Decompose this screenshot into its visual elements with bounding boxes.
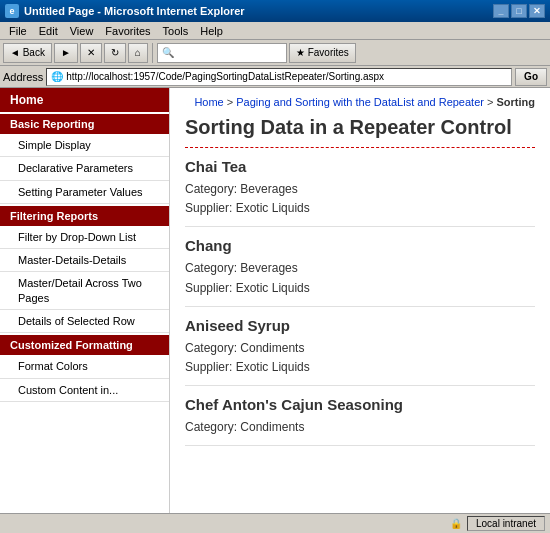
menu-bar: File Edit View Favorites Tools Help <box>0 22 550 40</box>
sidebar-item-setting-parameter-values[interactable]: Setting Parameter Values <box>0 181 169 204</box>
sidebar-item-custom-content[interactable]: Custom Content in... <box>0 379 169 402</box>
product-name-2: Aniseed Syrup <box>185 317 535 334</box>
product-block-1: Chang Category: Beverages Supplier: Exot… <box>185 237 535 306</box>
product-name-3: Chef Anton's Cajun Seasoning <box>185 396 535 413</box>
sidebar-section-basic-reporting: Basic Reporting <box>0 114 169 134</box>
sidebar-item-master-details[interactable]: Master-Details-Details <box>0 249 169 272</box>
sidebar-item-simple-display[interactable]: Simple Display <box>0 134 169 157</box>
window-title: Untitled Page - Microsoft Internet Explo… <box>24 5 245 17</box>
product-supplier-2: Supplier: Exotic Liquids <box>185 358 535 377</box>
zone-label: Local intranet <box>467 516 545 531</box>
maximize-button[interactable]: □ <box>511 4 527 18</box>
product-supplier-1: Supplier: Exotic Liquids <box>185 279 535 298</box>
stop-button[interactable]: ✕ <box>80 43 102 63</box>
breadcrumb-current: Sorting <box>497 96 536 108</box>
product-category-0: Category: Beverages <box>185 180 535 199</box>
sidebar-item-home[interactable]: Home <box>0 88 169 112</box>
product-block-0: Chai Tea Category: Beverages Supplier: E… <box>185 158 535 227</box>
toolbar: ◄ Back ► ✕ ↻ ⌂ 🔍 ★ Favorites <box>0 40 550 66</box>
product-category-1: Category: Beverages <box>185 259 535 278</box>
forward-button[interactable]: ► <box>54 43 78 63</box>
address-input[interactable]: 🌐 http://localhost:1957/Code/PagingSorti… <box>46 68 512 86</box>
product-supplier-0: Supplier: Exotic Liquids <box>185 199 535 218</box>
product-category-3: Category: Condiments <box>185 418 535 437</box>
sidebar-item-declarative-parameters[interactable]: Declarative Parameters <box>0 157 169 180</box>
product-category-2: Category: Condiments <box>185 339 535 358</box>
refresh-button[interactable]: ↻ <box>104 43 126 63</box>
security-icon: 🔒 <box>450 518 462 529</box>
address-icon: 🌐 <box>51 71 63 82</box>
sidebar-section-filtering-reports: Filtering Reports <box>0 206 169 226</box>
sidebar-item-master-detail-two-pages[interactable]: Master/Detail Across Two Pages <box>0 272 169 310</box>
product-name-0: Chai Tea <box>185 158 535 175</box>
app-icon: e <box>5 4 19 18</box>
favorites-button[interactable]: ★ Favorites <box>289 43 356 63</box>
page-title: Sorting Data in a Repeater Control <box>185 116 535 148</box>
menu-tools[interactable]: Tools <box>157 24 195 38</box>
search-box[interactable]: 🔍 <box>157 43 287 63</box>
close-button[interactable]: ✕ <box>529 4 545 18</box>
sidebar-item-filter-dropdown[interactable]: Filter by Drop-Down List <box>0 226 169 249</box>
product-block-3: Chef Anton's Cajun Seasoning Category: C… <box>185 396 535 446</box>
search-input[interactable] <box>174 47 274 58</box>
breadcrumb: Home > Paging and Sorting with the DataL… <box>185 96 535 108</box>
window-controls[interactable]: _ □ ✕ <box>493 4 545 18</box>
menu-file[interactable]: File <box>3 24 33 38</box>
sidebar-item-details-selected-row[interactable]: Details of Selected Row <box>0 310 169 333</box>
menu-favorites[interactable]: Favorites <box>99 24 156 38</box>
status-bar: 🔒 Local intranet <box>0 513 550 533</box>
menu-help[interactable]: Help <box>194 24 229 38</box>
toolbar-separator <box>152 43 153 63</box>
sidebar-section-customized-formatting: Customized Formatting <box>0 335 169 355</box>
back-button[interactable]: ◄ Back <box>3 43 52 63</box>
main-container: Home Basic Reporting Simple Display Decl… <box>0 88 550 513</box>
search-icon: 🔍 <box>162 47 174 58</box>
minimize-button[interactable]: _ <box>493 4 509 18</box>
address-label: Address <box>3 71 43 83</box>
menu-view[interactable]: View <box>64 24 100 38</box>
home-button[interactable]: ⌂ <box>128 43 148 63</box>
product-name-1: Chang <box>185 237 535 254</box>
sidebar: Home Basic Reporting Simple Display Decl… <box>0 88 170 513</box>
title-bar: e Untitled Page - Microsoft Internet Exp… <box>0 0 550 22</box>
content-area: Home > Paging and Sorting with the DataL… <box>170 88 550 513</box>
menu-edit[interactable]: Edit <box>33 24 64 38</box>
sidebar-item-format-colors[interactable]: Format Colors <box>0 355 169 378</box>
product-block-2: Aniseed Syrup Category: Condiments Suppl… <box>185 317 535 386</box>
breadcrumb-home[interactable]: Home <box>194 96 223 108</box>
url-text[interactable]: http://localhost:1957/Code/PagingSorting… <box>66 71 384 82</box>
breadcrumb-section[interactable]: Paging and Sorting with the DataList and… <box>236 96 484 108</box>
address-bar: Address 🌐 http://localhost:1957/Code/Pag… <box>0 66 550 88</box>
go-button[interactable]: Go <box>515 68 547 86</box>
